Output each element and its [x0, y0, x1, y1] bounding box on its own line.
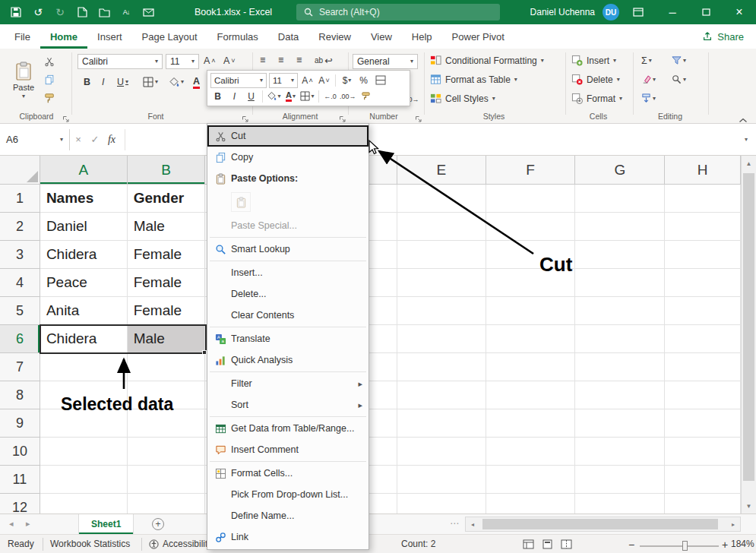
formula-bar-expand-icon[interactable]: ▾: [736, 137, 756, 143]
open-folder-icon[interactable]: [97, 5, 111, 19]
cell-g2[interactable]: [575, 213, 665, 241]
cell-b6[interactable]: Male: [128, 325, 206, 353]
menu-item-delete[interactable]: Delete...: [207, 283, 369, 305]
font-color-button[interactable]: A▾: [283, 89, 298, 103]
font-size-select[interactable]: 11▾: [166, 54, 199, 69]
cell-e5[interactable]: [397, 297, 486, 325]
number-dialog-launcher-icon[interactable]: [415, 112, 423, 121]
tab-data[interactable]: Data: [268, 24, 308, 49]
cell-e9[interactable]: [397, 409, 486, 438]
row-header-7[interactable]: 7: [0, 353, 40, 381]
cell-g6[interactable]: [575, 325, 665, 353]
cell-b4[interactable]: Female: [128, 269, 206, 297]
undo-icon[interactable]: ↺: [31, 5, 45, 19]
new-sheet-button[interactable]: +: [152, 518, 164, 530]
row-header-2[interactable]: 2: [0, 213, 40, 241]
row-header-3[interactable]: 3: [0, 241, 40, 269]
tab-view[interactable]: View: [361, 24, 402, 49]
cell-g8[interactable]: [575, 381, 665, 409]
row-header-10[interactable]: 10: [0, 438, 40, 466]
decrease-font-size-button[interactable]: A˅: [223, 55, 236, 66]
cell-a2[interactable]: Daniel: [40, 213, 128, 241]
cell-h10[interactable]: [665, 438, 741, 466]
row-header-8[interactable]: 8: [0, 381, 40, 409]
redo-icon[interactable]: ↻: [53, 5, 67, 19]
cell-h11[interactable]: [665, 466, 741, 494]
cell-g12[interactable]: [575, 494, 665, 514]
underline-button[interactable]: U: [244, 89, 258, 103]
clipboard-dialog-launcher-icon[interactable]: [62, 112, 71, 121]
horizontal-scroll-thumb[interactable]: [482, 519, 718, 529]
font-color-button[interactable]: A: [193, 77, 200, 89]
save-icon[interactable]: [9, 5, 23, 19]
column-header-b[interactable]: B: [128, 156, 206, 185]
cell-a4[interactable]: Peace: [40, 269, 128, 297]
cell-a9[interactable]: [40, 409, 128, 438]
ribbon-display-options-icon[interactable]: [631, 5, 645, 19]
menu-item-paste-special[interactable]: Paste Special...: [207, 215, 369, 236]
user-name[interactable]: Daniel Uchenna: [530, 7, 595, 17]
zoom-slider[interactable]: [640, 545, 719, 547]
wrap-text-icon[interactable]: ab↩: [315, 55, 333, 66]
cell-f6[interactable]: [486, 325, 576, 353]
cell-h9[interactable]: [665, 409, 741, 438]
cell-h3[interactable]: [665, 241, 741, 269]
decrease-decimal-button[interactable]: .00→: [340, 89, 356, 103]
cell-b3[interactable]: Female: [128, 241, 206, 269]
cell-styles-button[interactable]: Cell Styles▾: [430, 93, 495, 104]
cell-f3[interactable]: [486, 241, 576, 269]
cell-g9[interactable]: [575, 409, 665, 438]
page-break-view-icon[interactable]: [561, 539, 572, 551]
page-layout-view-icon[interactable]: [542, 539, 553, 551]
delete-cells-button[interactable]: Delete▾: [571, 74, 620, 85]
cell-b1[interactable]: Gender: [128, 185, 206, 213]
cell-h6[interactable]: [665, 325, 741, 353]
menu-item-pick-from-drop-down-list[interactable]: Pick From Drop-down List...: [207, 484, 369, 505]
bold-button[interactable]: B: [84, 77, 90, 87]
mini-font-size-select[interactable]: 11▾: [269, 73, 298, 88]
cell-f4[interactable]: [486, 269, 576, 297]
cell-b7[interactable]: [128, 353, 206, 381]
column-header-h[interactable]: H: [665, 156, 741, 185]
cell-b10[interactable]: [128, 438, 206, 466]
conditional-formatting-button[interactable]: Conditional Formatting▾: [430, 55, 544, 66]
cell-g7[interactable]: [575, 353, 665, 381]
number-format-select[interactable]: General▾: [353, 54, 418, 69]
cell-g10[interactable]: [575, 438, 665, 466]
cell-a11[interactable]: [40, 466, 128, 494]
zoom-level[interactable]: 184%: [731, 539, 754, 549]
cell-e3[interactable]: [397, 241, 486, 269]
cell-a1[interactable]: Names: [40, 185, 128, 213]
menu-item-translate[interactable]: AaTranslate: [207, 328, 369, 349]
accounting-format-button[interactable]: $▾: [340, 73, 354, 87]
row-header-1[interactable]: 1: [0, 185, 40, 213]
format-as-table-button[interactable]: Format as Table▾: [430, 74, 517, 85]
format-painter-button[interactable]: [359, 89, 373, 103]
row-header-6[interactable]: 6: [0, 325, 40, 353]
insert-cells-button[interactable]: Insert▾: [571, 55, 616, 66]
cell-f5[interactable]: [486, 297, 576, 325]
increase-font-size-button[interactable]: A˄: [204, 55, 216, 66]
normal-view-icon[interactable]: [523, 539, 534, 551]
email-icon[interactable]: [141, 5, 155, 19]
cell-a8[interactable]: [40, 381, 128, 409]
tab-insert[interactable]: Insert: [87, 24, 132, 49]
maximize-button[interactable]: [689, 0, 723, 24]
cell-b9[interactable]: [128, 409, 206, 438]
font-dialog-launcher-icon[interactable]: [242, 112, 250, 121]
menu-item-insert-comment[interactable]: Insert Comment: [207, 439, 369, 460]
cell-e6[interactable]: [397, 325, 486, 353]
cell-a6[interactable]: Chidera: [40, 325, 128, 353]
cell-f12[interactable]: [486, 494, 576, 514]
cell-f9[interactable]: [486, 409, 576, 438]
row-header-11[interactable]: 11: [0, 466, 40, 494]
insert-function-button[interactable]: fx: [103, 134, 120, 146]
sort-filter-button[interactable]: ▾: [672, 55, 686, 65]
tab-file[interactable]: File: [5, 24, 40, 49]
percent-style-button[interactable]: %: [356, 73, 371, 87]
autosum-button[interactable]: Σ ▾: [641, 55, 652, 66]
find-select-button[interactable]: ▾: [672, 74, 686, 84]
menu-item-sort[interactable]: Sort▸: [207, 394, 369, 416]
align-left-icon[interactable]: ≡: [260, 55, 265, 65]
cell-e1[interactable]: [397, 185, 486, 213]
